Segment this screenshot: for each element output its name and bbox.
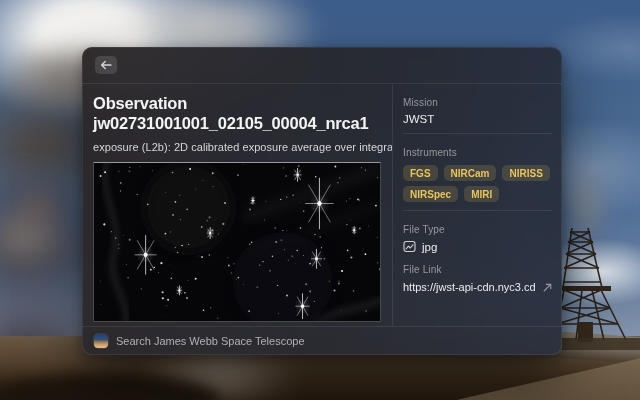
- file-link-url[interactable]: https://jwst-api-cdn.nyc3.cdn....: [403, 281, 535, 293]
- mission-section: Mission JWST: [403, 84, 552, 134]
- file-link[interactable]: https://jwst-api-cdn.nyc3.cdn....: [403, 281, 552, 293]
- oil-derrick: [552, 226, 640, 350]
- observation-preview-image: [93, 162, 381, 322]
- arrow-left-icon: [100, 60, 112, 70]
- search-hint: Search James Webb Space Telescope: [116, 335, 305, 347]
- image-file-icon: [403, 240, 416, 253]
- observation-detail: Observation jw02731001001_02105_00004_nr…: [82, 84, 392, 326]
- observation-subtitle: exposure (L2b): 2D calibrated exposure a…: [93, 141, 381, 153]
- window-header: [82, 47, 562, 84]
- jwst-extension-icon: [94, 334, 108, 348]
- mission-value: JWST: [403, 113, 552, 125]
- instruments-section: Instruments FGS NIRCam NIRISS NIRSpec MI…: [403, 134, 552, 211]
- instrument-tag-miri: MIRI: [464, 186, 499, 202]
- external-link-icon[interactable]: [543, 283, 552, 292]
- instrument-tag-fgs: FGS: [403, 165, 438, 181]
- starfield-image: [94, 163, 380, 321]
- title-line-1: Observation: [93, 93, 381, 113]
- file-link-label: File Link: [403, 264, 552, 275]
- file-type-value: jpg: [422, 241, 437, 253]
- file-link-group: File Link https://jwst-api-cdn.nyc3.cdn.…: [403, 264, 552, 293]
- metadata-sidebar: Mission JWST Instruments FGS NIRCam NIRI…: [392, 84, 562, 326]
- back-button[interactable]: [95, 56, 117, 74]
- instrument-tag-nircam: NIRCam: [444, 165, 497, 181]
- wallpaper-smoke: [4, 180, 74, 235]
- window-body: Observation jw02731001001_02105_00004_nr…: [82, 84, 562, 326]
- file-section: File Type jpg File Link https://jwst-api…: [403, 211, 552, 301]
- observation-title: Observation jw02731001001_02105_00004_nr…: [93, 93, 381, 133]
- instrument-tag-list: FGS NIRCam NIRISS NIRSpec MIRI: [403, 165, 552, 202]
- title-line-2: jw02731001001_02105_00004_nrca1: [93, 113, 381, 133]
- raycast-detail-window: Observation jw02731001001_02105_00004_nr…: [82, 47, 562, 355]
- instruments-label: Instruments: [403, 147, 552, 158]
- window-footer: Search James Webb Space Telescope: [82, 326, 562, 355]
- file-type-label: File Type: [403, 224, 552, 235]
- file-type-value-row: jpg: [403, 240, 552, 253]
- instrument-tag-niriss: NIRISS: [502, 165, 549, 181]
- instrument-tag-nirspec: NIRSpec: [403, 186, 458, 202]
- mission-label: Mission: [403, 97, 552, 108]
